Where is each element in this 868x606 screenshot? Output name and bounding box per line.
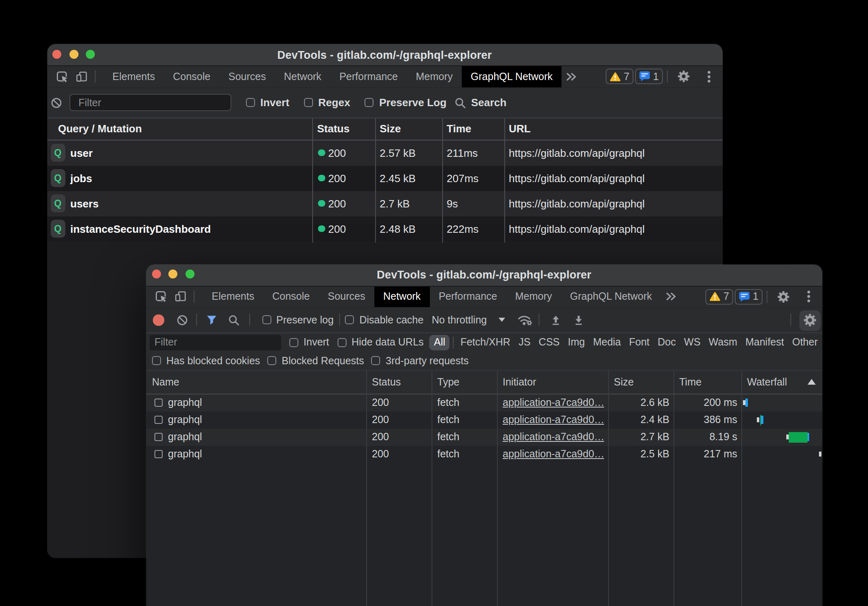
panel-tab[interactable]: Memory xyxy=(407,66,462,87)
resource-type-chip[interactable]: Fetch/XHR xyxy=(456,334,515,350)
checkbox-group[interactable]: Blocked Requests xyxy=(267,355,364,366)
minimize-button[interactable] xyxy=(69,49,78,58)
titlebar-back[interactable]: DevTools - gitlab.com/-/graphql-explorer xyxy=(47,44,722,66)
checkbox[interactable] xyxy=(345,316,354,325)
column-header[interactable]: Time xyxy=(673,376,702,388)
resource-type-chip[interactable]: Media xyxy=(589,334,625,350)
more-tabs-icon[interactable] xyxy=(566,66,577,87)
clear-icon[interactable] xyxy=(176,312,188,328)
search-button[interactable]: Search xyxy=(455,97,507,109)
initiator-link[interactable]: application-a7ca9d0… xyxy=(503,414,604,426)
column-header[interactable]: Type xyxy=(432,376,459,388)
checkbox[interactable] xyxy=(337,338,346,347)
checkbox[interactable] xyxy=(289,338,298,347)
resource-type-chip[interactable]: CSS xyxy=(535,334,564,350)
column-header[interactable]: Initiator xyxy=(497,376,536,388)
panel-tab[interactable]: Network xyxy=(275,66,331,87)
initiator-link[interactable]: application-a7ca9d0… xyxy=(503,448,604,460)
network-request-row[interactable]: graphql 200 fetch application-a7ca9d0… 2… xyxy=(146,446,822,463)
inspect-element-icon[interactable] xyxy=(152,289,170,305)
close-button[interactable] xyxy=(52,49,61,58)
network-conditions-icon[interactable] xyxy=(517,312,532,328)
panel-tab[interactable]: GraphQL Network xyxy=(561,286,661,307)
kebab-menu-icon[interactable] xyxy=(806,289,810,305)
network-request-row[interactable]: graphql 200 fetch application-a7ca9d0… 2… xyxy=(146,394,822,411)
kebab-menu-icon[interactable] xyxy=(707,69,711,85)
record-button[interactable] xyxy=(153,314,164,325)
filter-funnel-icon[interactable] xyxy=(206,312,217,328)
panel-tab[interactable]: Sources xyxy=(319,286,374,307)
panel-tab[interactable]: Performance xyxy=(430,286,506,307)
filter-input[interactable]: Filter xyxy=(150,334,281,350)
issues-badge[interactable]: 1 xyxy=(735,289,762,305)
column-header[interactable]: Size xyxy=(608,376,634,388)
resource-type-chip[interactable]: Other xyxy=(788,334,822,350)
column-header[interactable]: Waterfall xyxy=(741,376,787,388)
resource-type-chip[interactable]: Img xyxy=(564,334,589,350)
hide-data-urls-checkbox-group[interactable]: Hide data URLs xyxy=(337,336,424,348)
device-toolbar-icon[interactable] xyxy=(72,69,90,85)
zoom-button[interactable] xyxy=(86,49,95,58)
column-header[interactable]: Status xyxy=(366,376,401,388)
checkbox[interactable] xyxy=(152,356,161,365)
zoom-button[interactable] xyxy=(185,270,194,278)
panel-tab[interactable]: Elements xyxy=(103,66,164,87)
export-har-icon[interactable] xyxy=(573,312,584,328)
resource-type-chip[interactable]: WS xyxy=(680,334,705,350)
panel-tab[interactable]: Console xyxy=(263,286,319,307)
checkbox[interactable] xyxy=(365,98,374,107)
warnings-badge[interactable]: 7 xyxy=(705,289,733,305)
column-header[interactable]: Query / Mutation xyxy=(47,123,142,135)
warnings-badge[interactable]: 7 xyxy=(606,69,633,85)
settings-gear-icon[interactable] xyxy=(774,289,792,305)
checkbox[interactable] xyxy=(262,316,271,325)
graphql-request-row[interactable]: Q users 200 2.7 kB 9s https://gitlab.com… xyxy=(47,191,722,216)
checkbox[interactable] xyxy=(304,98,313,107)
resource-type-chip[interactable]: Manifest xyxy=(741,334,788,350)
column-header[interactable]: Status xyxy=(312,123,349,135)
checkbox-group[interactable]: Regex xyxy=(304,97,350,109)
titlebar-front[interactable]: DevTools - gitlab.com/-/graphql-explorer xyxy=(146,264,822,286)
invert-checkbox-group[interactable]: Invert xyxy=(289,336,329,348)
resource-type-chip[interactable]: Font xyxy=(625,334,653,350)
settings-gear-icon[interactable] xyxy=(674,69,693,85)
search-icon[interactable] xyxy=(228,312,239,328)
panel-tab[interactable]: Memory xyxy=(506,286,561,307)
checkbox[interactable] xyxy=(246,98,255,107)
panel-tab[interactable]: GraphQL Network xyxy=(462,66,562,87)
checkbox-group[interactable]: Preserve Log xyxy=(365,97,447,109)
issues-badge[interactable]: 1 xyxy=(635,69,662,85)
device-toolbar-icon[interactable] xyxy=(172,289,190,305)
network-request-row[interactable]: graphql 200 fetch application-a7ca9d0… 2… xyxy=(146,411,822,428)
graphql-request-row[interactable]: Q instanceSecurityDashboard 200 2.48 kB … xyxy=(47,216,722,241)
column-header[interactable]: Size xyxy=(375,123,401,135)
checkbox-group[interactable]: Invert xyxy=(246,97,289,109)
panel-tab[interactable]: Elements xyxy=(203,286,263,307)
panel-tab[interactable]: Performance xyxy=(330,66,407,87)
initiator-link[interactable]: application-a7ca9d0… xyxy=(503,431,604,443)
graphql-request-row[interactable]: Q user 200 2.57 kB 211ms https://gitlab.… xyxy=(47,140,722,165)
panel-tab[interactable]: Network xyxy=(374,286,430,307)
inspect-element-icon[interactable] xyxy=(53,69,71,85)
checkbox-group[interactable]: Has blocked cookies xyxy=(152,355,260,366)
column-header[interactable]: Name xyxy=(146,376,179,388)
minimize-button[interactable] xyxy=(168,270,177,278)
resource-type-chip[interactable]: Wasm xyxy=(705,334,741,350)
filter-input[interactable]: Filter xyxy=(69,94,231,111)
checkbox[interactable] xyxy=(371,356,380,365)
resource-type-chip[interactable]: JS xyxy=(515,334,535,350)
resource-type-chip[interactable]: Doc xyxy=(653,334,680,350)
import-har-icon[interactable] xyxy=(550,312,562,328)
panel-tab[interactable]: Sources xyxy=(219,66,275,87)
throttling-select[interactable]: No throttling xyxy=(432,314,505,326)
column-header[interactable]: Time xyxy=(442,123,471,135)
network-request-row[interactable]: graphql 200 fetch application-a7ca9d0… 2… xyxy=(146,428,822,446)
checkbox-group[interactable]: Disable cache xyxy=(345,314,423,326)
clear-icon[interactable] xyxy=(47,95,65,111)
close-button[interactable] xyxy=(152,270,161,278)
checkbox[interactable] xyxy=(267,356,276,365)
initiator-link[interactable]: application-a7ca9d0… xyxy=(503,397,604,408)
graphql-request-row[interactable]: Q jobs 200 2.45 kB 207ms https://gitlab.… xyxy=(47,165,722,191)
network-settings-button[interactable] xyxy=(799,310,821,330)
more-tabs-icon[interactable] xyxy=(665,286,676,307)
